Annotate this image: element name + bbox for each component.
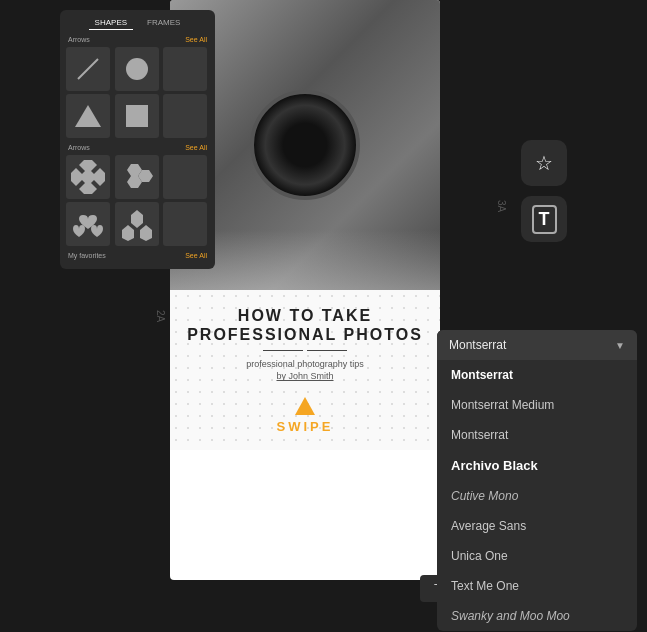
svg-marker-6 [79,180,97,194]
shape-empty4 [163,202,207,246]
side-label-3a: 3A [496,200,507,212]
shape-heart-grid[interactable] [66,202,110,246]
text-icon: T [532,205,557,234]
canvas-text-area: HOW TO TAKE PROFESSIONAL PHOTOS professi… [170,290,440,450]
shape-square[interactable] [115,94,159,138]
svg-marker-14 [140,225,152,241]
svg-marker-12 [131,210,143,228]
font-item-montserrat[interactable]: Montserrat [437,420,637,450]
text-button[interactable]: T [521,196,567,242]
shapes-grid-2 [66,155,209,246]
section3-label: My favorites See All [66,252,209,259]
canvas-author: by John Smith [186,371,424,381]
canvas-title: HOW TO TAKE PROFESSIONAL PHOTOS [186,306,424,344]
side-label-2a: 2A [155,310,166,322]
chevron-down-icon: ▼ [615,340,625,351]
shapes-grid-1 [66,47,209,138]
canvas-subtitle: professional photography tips [186,359,424,369]
shape-empty3 [163,155,207,199]
canvas-arrow-icon [295,397,315,415]
shape-circle[interactable] [115,47,159,91]
star-button[interactable]: ☆ [521,140,567,186]
font-dropdown: Montserrat ▼ Montserrat Montserrat Mediu… [437,330,637,631]
shape-empty2 [163,94,207,138]
svg-line-0 [78,59,98,79]
shape-line[interactable] [66,47,110,91]
font-item-unica-one[interactable]: Unica One [437,541,637,571]
svg-rect-3 [126,105,148,127]
svg-marker-8 [91,168,105,186]
divider-line-left [263,350,303,351]
tab-frames[interactable]: FRAMES [141,16,186,30]
svg-point-1 [126,58,148,80]
font-selected-label: Montserrat [449,338,506,352]
font-item-text-me-one[interactable]: Text Me One [437,571,637,601]
star-icon: ☆ [535,151,553,175]
divider-line-right [307,350,347,351]
font-dropdown-header[interactable]: Montserrat ▼ [437,330,637,360]
camera-lens [250,90,360,200]
svg-marker-7 [71,168,85,186]
font-item-montserrat-medium[interactable]: Montserrat Medium [437,390,637,420]
panel-tabs: SHAPES FRAMES [66,16,209,30]
font-item-swanky[interactable]: Swanky and Moo Moo [437,601,637,631]
font-item-average-sans[interactable]: Average Sans [437,511,637,541]
canvas-swipe-label: SWIPE [186,419,424,434]
canvas-divider [186,350,424,351]
tab-shapes[interactable]: SHAPES [89,16,133,30]
panel-selector: SHAPES FRAMES Arrows See All Arrows See … [60,10,215,269]
shape-hexagon2-grid[interactable] [115,202,159,246]
section1-label: Arrows See All [66,36,209,43]
svg-marker-2 [75,105,101,127]
svg-marker-13 [122,225,134,241]
svg-marker-5 [79,160,97,174]
right-toolbar: ☆ T [521,140,567,242]
shape-diamond-grid[interactable] [66,155,110,199]
font-item-cutive-mono[interactable]: Cutive Mono [437,481,637,511]
shape-hexagon-grid[interactable] [115,155,159,199]
section2-label: Arrows See All [66,144,209,151]
shape-empty1 [163,47,207,91]
font-item-archivo-black[interactable]: Archivo Black [437,450,637,481]
font-item-montserrat-bold[interactable]: Montserrat [437,360,637,390]
shape-triangle[interactable] [66,94,110,138]
